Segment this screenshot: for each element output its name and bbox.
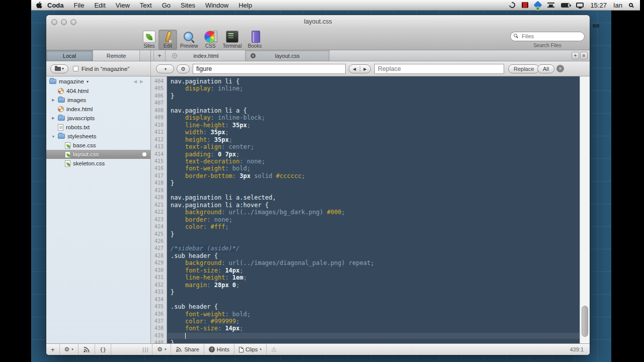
find-next-button[interactable]: ▶	[361, 67, 369, 71]
code-line[interactable]: font-weight: bold;	[171, 311, 580, 318]
code-line[interactable]: width: 35px;	[171, 129, 580, 136]
add-file-button[interactable]: +	[46, 344, 60, 355]
document-tab-index-html[interactable]: ×index.html	[167, 50, 246, 61]
menu-item-edit[interactable]: Edit	[89, 0, 110, 11]
code-line[interactable]	[168, 332, 580, 339]
tab-list-button[interactable]: ≡	[580, 52, 588, 59]
dropbox-icon[interactable]	[534, 1, 542, 10]
code-line[interactable]: margin: 28px 0;	[171, 282, 580, 289]
sidebar-history-nav[interactable]: ◀▶	[133, 79, 150, 84]
toolbar-button-css[interactable]: CSS	[201, 30, 220, 50]
find-previous-button[interactable]: ◀	[350, 67, 358, 71]
validation-warning-button[interactable]: ⚠	[267, 344, 281, 355]
menu-item-window[interactable]: Window	[200, 0, 233, 11]
find-settings-button[interactable]: ⚙	[177, 64, 190, 73]
menu-item-go[interactable]: Go	[157, 0, 176, 11]
code-line[interactable]: /*sidebar (aside)*/	[171, 245, 580, 252]
code-line[interactable]: height: 35px;	[171, 136, 580, 143]
editor-action-menu[interactable]: ⚙ ▾	[152, 344, 171, 355]
search-options-button[interactable]: ▾	[156, 64, 174, 73]
toolbar-button-edit[interactable]: Edit	[158, 30, 177, 50]
find-input[interactable]	[193, 64, 346, 74]
sidebar-item-images[interactable]: ▶images	[46, 96, 150, 105]
sync-icon[interactable]	[508, 1, 517, 10]
disclosure-triangle-icon[interactable]: ▶	[51, 98, 55, 102]
apple-menu[interactable]	[31, 2, 46, 9]
code-line[interactable]	[171, 187, 580, 194]
close-find-bar-button[interactable]: ×	[556, 65, 564, 72]
code-line[interactable]: background: url(../images/bg_dark.png) #…	[171, 209, 580, 216]
code-line[interactable]: padding: 0 7px;	[171, 151, 580, 158]
file-search-input[interactable]	[510, 32, 585, 41]
code-line[interactable]: }	[171, 93, 580, 100]
code-line[interactable]: text-align: center;	[171, 143, 580, 150]
code-editor[interactable]: nav.pagination li { display: inline;}nav…	[168, 76, 580, 343]
code-line[interactable]: text-decoration: none;	[171, 158, 580, 165]
code-line[interactable]: font-weight: bold;	[171, 165, 580, 172]
tab-modified-icon[interactable]	[251, 53, 256, 58]
code-line[interactable]: color: #fff;	[171, 223, 580, 230]
sidebar-item-stylesheets[interactable]: ▼stylesheets	[46, 132, 150, 141]
code-line[interactable]: color: #999999;	[171, 318, 580, 325]
toolbar-button-preview[interactable]: Preview	[177, 30, 201, 50]
code-line[interactable]: line-height: 1em;	[171, 274, 580, 281]
code-line[interactable]	[171, 100, 580, 107]
menu-item-coda[interactable]: Coda	[46, 0, 69, 11]
sidebar-action-menu[interactable]: ⚙ ▾	[60, 344, 78, 355]
new-tab-button[interactable]: +	[153, 50, 166, 61]
code-line[interactable]: }	[171, 179, 580, 187]
code-line[interactable]: }	[171, 339, 580, 343]
menu-user[interactable]: Ian	[613, 2, 622, 9]
display-icon[interactable]	[576, 3, 584, 8]
title-bar[interactable]: layout.css	[46, 15, 590, 29]
document-tab-layout-css[interactable]: layout.css	[246, 50, 330, 61]
sidebar-item-base-css[interactable]: base.css	[46, 141, 150, 150]
sidebar-root-row[interactable]: magazine ▾ ◀▶	[46, 76, 150, 86]
code-navigator-button[interactable]: {}	[95, 344, 111, 355]
sidebar-item-index-html[interactable]: index.html	[46, 105, 150, 114]
code-line[interactable]	[171, 238, 580, 245]
film-icon[interactable]	[522, 2, 528, 8]
clips-button[interactable]: Clips ▾	[234, 344, 267, 355]
code-line[interactable]: .sub header {	[171, 252, 580, 259]
code-line[interactable]: nav.pagination li a.selected,	[171, 194, 580, 201]
code-line[interactable]: font-size: 14px;	[171, 267, 580, 274]
code-line[interactable]: line-height: 35px;	[171, 122, 580, 129]
menu-clock[interactable]: 15:27	[590, 2, 607, 9]
sidebar-item-robots-txt[interactable]: robots.txt	[46, 123, 150, 132]
sidebar-item-skeleton-css[interactable]: skeleton.css	[46, 159, 150, 168]
sidebar-item-layout-css[interactable]: layout.css	[46, 150, 150, 159]
scrollbar-thumb[interactable]	[582, 306, 588, 337]
replace-button[interactable]: Replace	[508, 64, 539, 73]
spotlight-icon[interactable]	[629, 3, 633, 7]
source-tab-remote[interactable]: Remote	[93, 50, 140, 61]
audio-icon[interactable]	[547, 3, 554, 8]
toolbar-button-books[interactable]: Books	[245, 30, 265, 50]
menu-item-text[interactable]: Text	[135, 0, 157, 11]
code-line[interactable]: }	[171, 289, 580, 296]
code-line[interactable]: .sub header {	[171, 303, 580, 310]
code-line[interactable]: nav.pagination li a:hover {	[171, 202, 580, 209]
code-line[interactable]: background: url(../images/diagonal_pale.…	[171, 259, 580, 266]
code-line[interactable]: display: inline;	[171, 85, 580, 92]
add-split-button[interactable]: +	[572, 52, 579, 59]
publish-button[interactable]	[78, 344, 95, 355]
replace-input[interactable]	[374, 64, 504, 74]
sidebar-item-javascripts[interactable]: ▶javascripts	[46, 114, 150, 123]
code-line[interactable]: font-size: 14px;	[171, 325, 580, 332]
code-line[interactable]: nav.pagination li {	[171, 78, 580, 85]
toolbar-button-sites[interactable]: Sites	[140, 30, 158, 50]
code-line[interactable]: display: inline-block;	[171, 114, 580, 121]
menu-item-view[interactable]: View	[111, 0, 135, 11]
source-tab-local[interactable]: Local	[46, 50, 93, 61]
find-in-site-checkbox[interactable]	[73, 66, 78, 71]
code-line[interactable]: border: none;	[171, 216, 580, 223]
disclosure-triangle-icon[interactable]: ▶	[51, 116, 55, 120]
share-button[interactable]: Share	[171, 344, 204, 355]
toolbar-button-terminal[interactable]: Terminal	[220, 30, 245, 50]
code-line[interactable]: }	[171, 231, 580, 238]
menu-item-help[interactable]: Help	[233, 0, 257, 11]
hints-button[interactable]: ? Hints	[204, 344, 234, 355]
disclosure-triangle-icon[interactable]: ▼	[51, 135, 55, 138]
menu-item-file[interactable]: File	[69, 0, 90, 11]
